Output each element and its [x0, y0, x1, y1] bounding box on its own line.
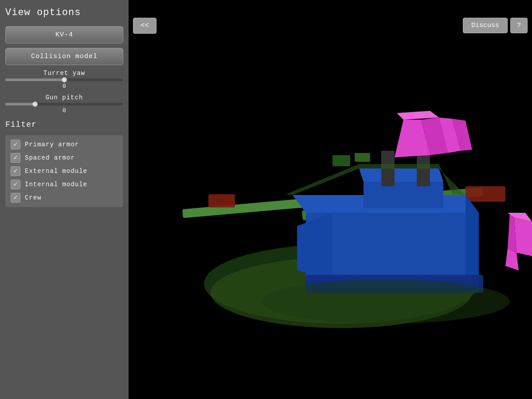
checkbox-primary-armor[interactable]: ✓	[11, 140, 20, 149]
checkbox-spaced-armor[interactable]: ✓	[11, 153, 20, 163]
checkmark-crew: ✓	[13, 195, 17, 201]
gun-pitch-thumb[interactable]	[32, 102, 38, 107]
filter-item-primary-armor[interactable]: ✓ Primary armor	[11, 140, 118, 149]
svg-marker-10	[466, 195, 479, 284]
svg-rect-27	[355, 153, 370, 162]
turret-yaw-thumb[interactable]	[62, 77, 67, 82]
turret-yaw-track	[5, 78, 123, 81]
filter-item-external-module[interactable]: ✓ External module	[11, 166, 118, 176]
viewport: << Discuss ?	[129, 0, 532, 399]
checkmark-external-module: ✓	[13, 168, 17, 175]
tank-scene	[129, 0, 532, 399]
vehicle-button[interactable]: KV-4	[5, 26, 123, 43]
svg-rect-6	[466, 186, 505, 202]
turret-yaw-value: 0	[63, 83, 66, 90]
sidebar: View options KV-4 Collision model Turret…	[0, 0, 129, 399]
gun-pitch-value: 0	[63, 107, 66, 114]
filter-item-internal-module[interactable]: ✓ Internal module	[11, 180, 118, 189]
filter-title: Filter	[5, 118, 123, 131]
label-spaced-armor: Spaced armor	[25, 154, 75, 161]
gun-pitch-label: Gun pitch	[46, 94, 83, 101]
checkbox-external-module[interactable]: ✓	[11, 166, 20, 176]
collision-model-button[interactable]: Collision model	[5, 48, 123, 65]
filter-item-spaced-armor[interactable]: ✓ Spaced armor	[11, 153, 118, 163]
gun-pitch-section: Gun pitch 0	[5, 94, 123, 114]
label-internal-module: Internal module	[25, 181, 87, 188]
label-crew: Crew	[25, 194, 42, 201]
turret-yaw-label: Turret yaw	[43, 70, 85, 77]
svg-rect-12	[364, 182, 443, 208]
label-primary-armor: Primary armor	[25, 141, 79, 148]
filter-item-crew[interactable]: ✓ Crew	[11, 193, 118, 203]
svg-rect-5	[208, 194, 235, 207]
svg-point-30	[262, 279, 510, 324]
svg-marker-21	[514, 217, 532, 257]
checkbox-internal-module[interactable]: ✓	[11, 180, 20, 189]
label-external-module: External module	[25, 168, 87, 175]
turret-yaw-section: Turret yaw 0	[5, 70, 123, 90]
checkbox-crew[interactable]: ✓	[11, 193, 20, 203]
svg-marker-28	[297, 213, 332, 279]
checkmark-primary-armor: ✓	[13, 141, 17, 148]
svg-rect-26	[332, 155, 350, 166]
svg-marker-13	[359, 168, 443, 182]
checkmark-internal-module: ✓	[13, 181, 17, 188]
sidebar-title: View options	[5, 5, 123, 22]
filter-box: ✓ Primary armor ✓ Spaced armor ✓ Externa…	[5, 135, 123, 207]
gun-pitch-track	[5, 103, 123, 106]
checkmark-spaced-armor: ✓	[13, 155, 17, 161]
